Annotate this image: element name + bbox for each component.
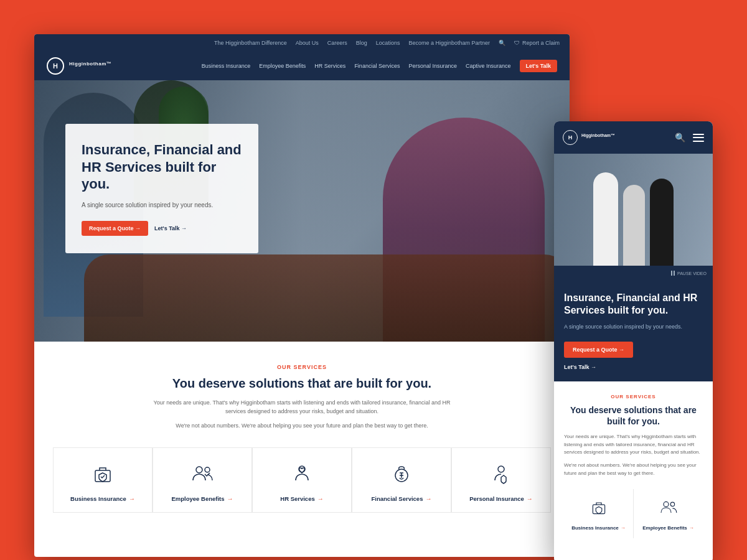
utility-nav-report-claim[interactable]: 🛡 Report a Claim	[514, 40, 560, 46]
shield-icon: 🛡	[514, 40, 520, 46]
hero-content-box: Insurance, Financial and HR Services bui…	[65, 124, 258, 253]
pause-icon	[671, 271, 675, 276]
utility-nav-search[interactable]: 🔍	[499, 40, 505, 46]
mobile-search-icon[interactable]: 🔍	[675, 133, 685, 142]
mobile-service-grid: Business Insurance → Employee Benefits	[564, 489, 703, 538]
mobile-business-insurance-label: Business Insurance →	[571, 525, 626, 531]
financial-services-arrow: →	[425, 495, 431, 502]
mobile-hero-content: Insurance, Financial and HR Services bui…	[554, 281, 713, 381]
svg-point-5	[498, 466, 504, 472]
mobile-service-card-employee-benefits[interactable]: Employee Benefits →	[634, 489, 703, 538]
mobile-service-card-business-insurance[interactable]: Business Insurance →	[564, 489, 633, 538]
money-bag-shield-icon	[389, 462, 414, 487]
svg-point-1	[196, 467, 202, 473]
service-cards-container: Business Insurance → Employee Benef	[53, 447, 551, 513]
request-quote-button[interactable]: Request a Quote →	[82, 221, 148, 236]
mobile-employee-benefits-label: Employee Benefits →	[642, 525, 694, 531]
mobile-hero-figures	[554, 154, 713, 266]
desktop-browser-window: The Higginbotham Difference About Us Car…	[34, 34, 570, 557]
mobile-pause-bar: PAUSE VIDEO	[554, 266, 713, 281]
lets-talk-button[interactable]: Let's Talk →	[154, 225, 187, 231]
mobile-hero-title: Insurance, Financial and HR Services bui…	[564, 292, 703, 317]
utility-nav-careers[interactable]: Careers	[327, 40, 347, 46]
mobile-figure-2	[623, 185, 645, 266]
utility-bar: The Higginbotham Difference About Us Car…	[34, 34, 570, 52]
service-card-hr-services[interactable]: HR Services →	[252, 447, 352, 513]
mobile-hamburger-icon[interactable]	[693, 134, 704, 142]
mobile-services-desc1: Your needs are unique. That's why Higgin…	[564, 433, 703, 457]
personal-insurance-icon	[487, 460, 515, 488]
mobile-logo-icon: H	[563, 130, 578, 145]
hero-title: Insurance, Financial and HR Services bui…	[82, 141, 242, 193]
hr-services-arrow: →	[317, 495, 324, 502]
services-description-1: Your needs are unique. That's why Higgin…	[146, 398, 458, 416]
mobile-navigation: H Higginbotham™ 🔍	[554, 121, 713, 154]
hero-subtitle: A single source solution inspired by you…	[82, 200, 242, 210]
table-surface	[84, 254, 570, 342]
financial-services-label: Financial Services →	[372, 495, 432, 502]
mobile-hero-subtitle: A single source solution inspired by you…	[564, 323, 703, 332]
nav-business-insurance[interactable]: Business Insurance	[202, 63, 251, 69]
mobile-btn-secondary[interactable]: Let's Talk →	[564, 364, 703, 370]
main-navigation: H Higginbotham™ Business Insurance Emplo…	[34, 52, 570, 80]
services-label: Our Services	[53, 364, 551, 370]
nav-cta-button[interactable]: Let's Talk	[520, 60, 558, 72]
mobile-business-insurance-icon	[589, 498, 609, 520]
mobile-brand-name: Higginbotham™	[581, 133, 675, 142]
svg-rect-0	[95, 470, 110, 482]
nav-financial-services[interactable]: Financial Services	[354, 63, 400, 69]
service-card-business-insurance[interactable]: Business Insurance →	[53, 447, 153, 513]
mobile-pause-label[interactable]: PAUSE VIDEO	[671, 271, 707, 276]
mobile-services-section: Our Services You deserve solutions that …	[554, 381, 713, 548]
nav-personal-insurance[interactable]: Personal Insurance	[408, 63, 457, 69]
business-insurance-icon	[89, 460, 116, 488]
nav-captive-insurance[interactable]: Captive Insurance	[466, 63, 511, 69]
employee-benefits-arrow: →	[227, 495, 233, 502]
mobile-figure-1	[593, 172, 618, 266]
mobile-services-label: Our Services	[564, 394, 703, 399]
logo-icon: H	[47, 57, 64, 75]
mobile-btn-primary[interactable]: Request a Quote →	[564, 342, 633, 358]
business-insurance-arrow: →	[129, 495, 135, 502]
hero-section: Insurance, Financial and HR Services bui…	[34, 80, 570, 342]
mobile-hero-image	[554, 154, 713, 266]
svg-point-2	[205, 467, 210, 472]
utility-nav-locations[interactable]: Locations	[376, 40, 400, 46]
mobile-business-insurance-arrow: →	[621, 525, 626, 531]
utility-nav-difference[interactable]: The Higginbotham Difference	[214, 40, 287, 46]
heart-people-icon	[289, 462, 314, 487]
services-description-2: We're not about numbers. We're about hel…	[171, 421, 433, 430]
svg-point-7	[664, 502, 669, 506]
utility-nav-about[interactable]: About Us	[296, 40, 319, 46]
hr-services-icon	[288, 460, 316, 488]
service-card-personal-insurance[interactable]: Personal Insurance →	[451, 447, 551, 513]
services-section: Our Services You deserve solutions that …	[34, 342, 570, 531]
service-card-employee-benefits[interactable]: Employee Benefits →	[153, 447, 252, 513]
person-shield-icon	[489, 462, 514, 487]
employee-benefits-icon	[189, 460, 216, 488]
mobile-services-desc2: We're not about numbers. We're about hel…	[564, 462, 703, 478]
mobile-figure-3	[650, 179, 674, 266]
personal-insurance-label: Personal Insurance →	[469, 495, 533, 502]
business-insurance-label: Business Insurance →	[70, 495, 135, 502]
personal-insurance-arrow: →	[527, 495, 533, 502]
mobile-browser-window: H Higginbotham™ 🔍 PAUSE VIDEO Insurance,…	[554, 121, 713, 560]
nav-hr-services[interactable]: HR Services	[314, 63, 345, 69]
utility-nav-partner[interactable]: Become a Higginbotham Partner	[408, 40, 490, 46]
nav-employee-benefits[interactable]: Employee Benefits	[259, 63, 306, 69]
services-title: You deserve solutions that are built for…	[53, 376, 551, 391]
mobile-employee-benefits-icon	[659, 498, 679, 520]
svg-point-8	[670, 502, 674, 506]
mobile-services-title: You deserve solutions that are built for…	[564, 404, 703, 427]
mobile-employee-benefits-arrow: →	[689, 525, 694, 531]
hr-services-label: HR Services →	[280, 495, 323, 502]
hero-buttons: Request a Quote → Let's Talk →	[82, 221, 242, 236]
logo-area[interactable]: H Higginbotham™	[47, 57, 111, 75]
nav-links: Business Insurance Employee Benefits HR …	[202, 60, 557, 72]
people-check-icon	[190, 462, 215, 487]
svg-rect-6	[593, 505, 604, 513]
briefcase-shield-icon	[90, 462, 115, 487]
service-card-financial-services[interactable]: Financial Services →	[352, 447, 451, 513]
utility-nav-blog[interactable]: Blog	[356, 40, 367, 46]
brand-name: Higginbotham™	[69, 61, 111, 71]
